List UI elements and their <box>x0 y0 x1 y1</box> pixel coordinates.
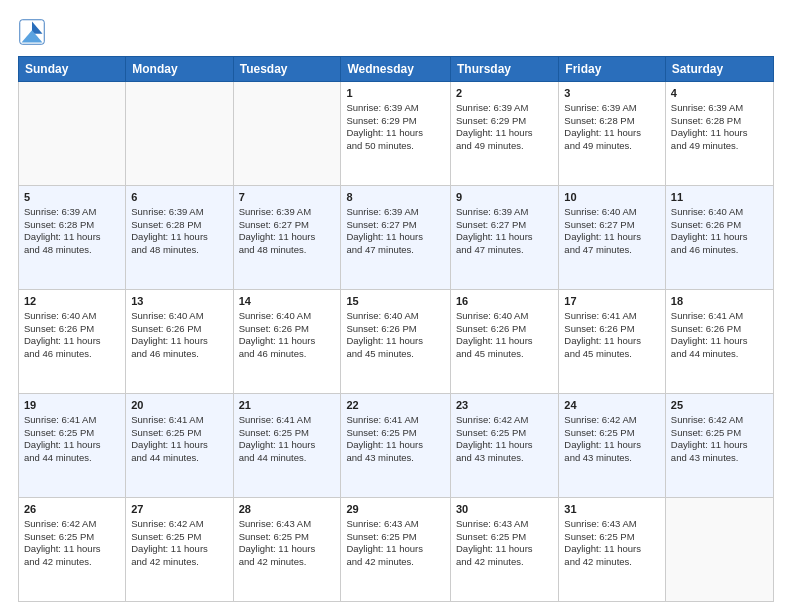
day-number: 9 <box>456 190 553 205</box>
day-number: 25 <box>671 398 768 413</box>
calendar-cell: 5Sunrise: 6:39 AM Sunset: 6:28 PM Daylig… <box>19 186 126 290</box>
calendar-cell: 13Sunrise: 6:40 AM Sunset: 6:26 PM Dayli… <box>126 290 233 394</box>
calendar-cell: 16Sunrise: 6:40 AM Sunset: 6:26 PM Dayli… <box>451 290 559 394</box>
day-info: Sunrise: 6:39 AM Sunset: 6:29 PM Dayligh… <box>346 102 445 153</box>
calendar-cell: 7Sunrise: 6:39 AM Sunset: 6:27 PM Daylig… <box>233 186 341 290</box>
day-info: Sunrise: 6:40 AM Sunset: 6:26 PM Dayligh… <box>671 206 768 257</box>
day-info: Sunrise: 6:43 AM Sunset: 6:25 PM Dayligh… <box>564 518 660 569</box>
day-info: Sunrise: 6:40 AM Sunset: 6:26 PM Dayligh… <box>131 310 227 361</box>
day-number: 4 <box>671 86 768 101</box>
day-info: Sunrise: 6:39 AM Sunset: 6:27 PM Dayligh… <box>239 206 336 257</box>
calendar-header-row: SundayMondayTuesdayWednesdayThursdayFrid… <box>19 57 774 82</box>
day-number: 8 <box>346 190 445 205</box>
calendar-cell: 8Sunrise: 6:39 AM Sunset: 6:27 PM Daylig… <box>341 186 451 290</box>
day-number: 6 <box>131 190 227 205</box>
calendar-week-row: 26Sunrise: 6:42 AM Sunset: 6:25 PM Dayli… <box>19 498 774 602</box>
calendar-cell: 28Sunrise: 6:43 AM Sunset: 6:25 PM Dayli… <box>233 498 341 602</box>
calendar-cell: 25Sunrise: 6:42 AM Sunset: 6:25 PM Dayli… <box>665 394 773 498</box>
calendar-cell: 21Sunrise: 6:41 AM Sunset: 6:25 PM Dayli… <box>233 394 341 498</box>
day-number: 2 <box>456 86 553 101</box>
calendar-cell: 15Sunrise: 6:40 AM Sunset: 6:26 PM Dayli… <box>341 290 451 394</box>
calendar-cell <box>126 82 233 186</box>
day-number: 24 <box>564 398 660 413</box>
day-info: Sunrise: 6:41 AM Sunset: 6:25 PM Dayligh… <box>346 414 445 465</box>
day-number: 21 <box>239 398 336 413</box>
logo <box>18 18 50 46</box>
day-number: 23 <box>456 398 553 413</box>
calendar-cell: 27Sunrise: 6:42 AM Sunset: 6:25 PM Dayli… <box>126 498 233 602</box>
calendar-week-row: 12Sunrise: 6:40 AM Sunset: 6:26 PM Dayli… <box>19 290 774 394</box>
day-number: 14 <box>239 294 336 309</box>
calendar-day-header: Saturday <box>665 57 773 82</box>
calendar-cell: 3Sunrise: 6:39 AM Sunset: 6:28 PM Daylig… <box>559 82 666 186</box>
day-info: Sunrise: 6:43 AM Sunset: 6:25 PM Dayligh… <box>346 518 445 569</box>
calendar-day-header: Wednesday <box>341 57 451 82</box>
calendar-table: SundayMondayTuesdayWednesdayThursdayFrid… <box>18 56 774 602</box>
calendar-cell: 1Sunrise: 6:39 AM Sunset: 6:29 PM Daylig… <box>341 82 451 186</box>
day-number: 15 <box>346 294 445 309</box>
day-info: Sunrise: 6:39 AM Sunset: 6:29 PM Dayligh… <box>456 102 553 153</box>
calendar-cell: 11Sunrise: 6:40 AM Sunset: 6:26 PM Dayli… <box>665 186 773 290</box>
day-info: Sunrise: 6:42 AM Sunset: 6:25 PM Dayligh… <box>24 518 120 569</box>
calendar-cell: 17Sunrise: 6:41 AM Sunset: 6:26 PM Dayli… <box>559 290 666 394</box>
calendar-cell: 9Sunrise: 6:39 AM Sunset: 6:27 PM Daylig… <box>451 186 559 290</box>
day-number: 18 <box>671 294 768 309</box>
day-info: Sunrise: 6:41 AM Sunset: 6:25 PM Dayligh… <box>131 414 227 465</box>
calendar-cell: 30Sunrise: 6:43 AM Sunset: 6:25 PM Dayli… <box>451 498 559 602</box>
calendar-cell: 6Sunrise: 6:39 AM Sunset: 6:28 PM Daylig… <box>126 186 233 290</box>
logo-icon <box>18 18 46 46</box>
day-number: 20 <box>131 398 227 413</box>
calendar-cell: 2Sunrise: 6:39 AM Sunset: 6:29 PM Daylig… <box>451 82 559 186</box>
day-number: 11 <box>671 190 768 205</box>
calendar-week-row: 1Sunrise: 6:39 AM Sunset: 6:29 PM Daylig… <box>19 82 774 186</box>
day-info: Sunrise: 6:42 AM Sunset: 6:25 PM Dayligh… <box>456 414 553 465</box>
day-info: Sunrise: 6:39 AM Sunset: 6:28 PM Dayligh… <box>24 206 120 257</box>
header <box>18 18 774 46</box>
day-info: Sunrise: 6:42 AM Sunset: 6:25 PM Dayligh… <box>671 414 768 465</box>
day-info: Sunrise: 6:41 AM Sunset: 6:26 PM Dayligh… <box>671 310 768 361</box>
calendar-cell: 12Sunrise: 6:40 AM Sunset: 6:26 PM Dayli… <box>19 290 126 394</box>
calendar-cell: 20Sunrise: 6:41 AM Sunset: 6:25 PM Dayli… <box>126 394 233 498</box>
calendar-day-header: Monday <box>126 57 233 82</box>
day-number: 13 <box>131 294 227 309</box>
calendar-cell: 10Sunrise: 6:40 AM Sunset: 6:27 PM Dayli… <box>559 186 666 290</box>
day-info: Sunrise: 6:40 AM Sunset: 6:26 PM Dayligh… <box>456 310 553 361</box>
day-number: 12 <box>24 294 120 309</box>
calendar-day-header: Tuesday <box>233 57 341 82</box>
day-info: Sunrise: 6:42 AM Sunset: 6:25 PM Dayligh… <box>131 518 227 569</box>
day-number: 27 <box>131 502 227 517</box>
day-info: Sunrise: 6:41 AM Sunset: 6:25 PM Dayligh… <box>239 414 336 465</box>
calendar-cell: 24Sunrise: 6:42 AM Sunset: 6:25 PM Dayli… <box>559 394 666 498</box>
day-number: 1 <box>346 86 445 101</box>
day-number: 26 <box>24 502 120 517</box>
day-info: Sunrise: 6:41 AM Sunset: 6:26 PM Dayligh… <box>564 310 660 361</box>
calendar-cell: 18Sunrise: 6:41 AM Sunset: 6:26 PM Dayli… <box>665 290 773 394</box>
day-number: 29 <box>346 502 445 517</box>
calendar-day-header: Friday <box>559 57 666 82</box>
calendar-cell: 22Sunrise: 6:41 AM Sunset: 6:25 PM Dayli… <box>341 394 451 498</box>
day-number: 3 <box>564 86 660 101</box>
day-info: Sunrise: 6:40 AM Sunset: 6:26 PM Dayligh… <box>346 310 445 361</box>
day-info: Sunrise: 6:39 AM Sunset: 6:28 PM Dayligh… <box>131 206 227 257</box>
calendar-cell <box>665 498 773 602</box>
calendar-cell: 23Sunrise: 6:42 AM Sunset: 6:25 PM Dayli… <box>451 394 559 498</box>
day-info: Sunrise: 6:39 AM Sunset: 6:28 PM Dayligh… <box>564 102 660 153</box>
page: SundayMondayTuesdayWednesdayThursdayFrid… <box>0 0 792 612</box>
day-info: Sunrise: 6:39 AM Sunset: 6:27 PM Dayligh… <box>456 206 553 257</box>
day-info: Sunrise: 6:39 AM Sunset: 6:27 PM Dayligh… <box>346 206 445 257</box>
day-info: Sunrise: 6:40 AM Sunset: 6:26 PM Dayligh… <box>239 310 336 361</box>
calendar-day-header: Sunday <box>19 57 126 82</box>
day-number: 16 <box>456 294 553 309</box>
day-number: 19 <box>24 398 120 413</box>
day-number: 28 <box>239 502 336 517</box>
calendar-cell <box>19 82 126 186</box>
calendar-cell: 26Sunrise: 6:42 AM Sunset: 6:25 PM Dayli… <box>19 498 126 602</box>
calendar-cell: 19Sunrise: 6:41 AM Sunset: 6:25 PM Dayli… <box>19 394 126 498</box>
calendar-cell: 4Sunrise: 6:39 AM Sunset: 6:28 PM Daylig… <box>665 82 773 186</box>
day-info: Sunrise: 6:42 AM Sunset: 6:25 PM Dayligh… <box>564 414 660 465</box>
day-number: 10 <box>564 190 660 205</box>
day-info: Sunrise: 6:41 AM Sunset: 6:25 PM Dayligh… <box>24 414 120 465</box>
day-number: 31 <box>564 502 660 517</box>
day-number: 5 <box>24 190 120 205</box>
calendar-week-row: 5Sunrise: 6:39 AM Sunset: 6:28 PM Daylig… <box>19 186 774 290</box>
